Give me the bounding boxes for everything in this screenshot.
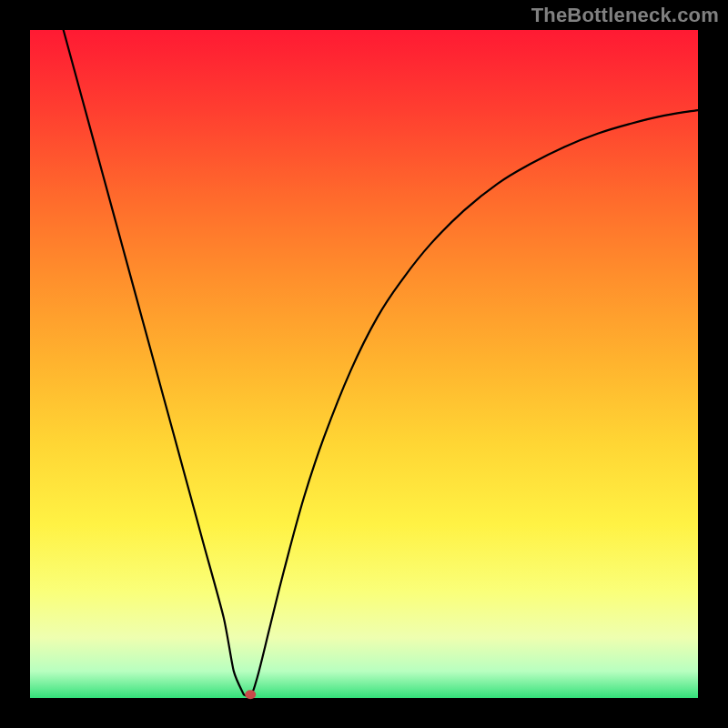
plot-area (30, 30, 698, 698)
curve-fade-right (632, 110, 698, 124)
minimum-marker-dot (245, 690, 256, 699)
chart-frame: TheBottleneck.com (0, 0, 728, 728)
watermark-text: TheBottleneck.com (531, 4, 719, 27)
bottleneck-curve (64, 30, 698, 696)
chart-svg (30, 30, 698, 698)
